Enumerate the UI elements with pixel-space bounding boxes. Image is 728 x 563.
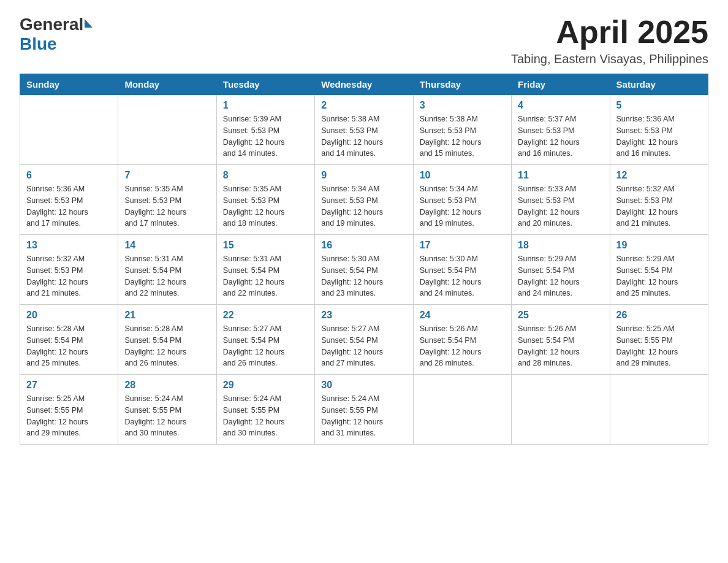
table-row: 3Sunrise: 5:38 AMSunset: 5:53 PMDaylight… (413, 95, 511, 165)
table-row: 9Sunrise: 5:34 AMSunset: 5:53 PMDaylight… (315, 165, 413, 235)
day-number: 11 (518, 170, 603, 181)
page-subtitle: Tabing, Eastern Visayas, Philippines (511, 52, 708, 66)
day-detail: Sunrise: 5:31 AMSunset: 5:54 PMDaylight:… (223, 253, 308, 299)
day-detail: Sunrise: 5:39 AMSunset: 5:53 PMDaylight:… (223, 113, 308, 159)
day-number: 24 (420, 310, 505, 321)
day-detail: Sunrise: 5:36 AMSunset: 5:53 PMDaylight:… (616, 113, 702, 159)
day-number: 5 (616, 100, 702, 111)
calendar-week-row: 1Sunrise: 5:39 AMSunset: 5:53 PMDaylight… (20, 95, 708, 165)
day-number: 18 (518, 240, 603, 251)
table-row: 21Sunrise: 5:28 AMSunset: 5:54 PMDayligh… (118, 305, 216, 375)
day-detail: Sunrise: 5:29 AMSunset: 5:54 PMDaylight:… (616, 253, 702, 299)
table-row (20, 95, 118, 165)
table-row: 1Sunrise: 5:39 AMSunset: 5:53 PMDaylight… (216, 95, 314, 165)
day-number: 29 (223, 380, 308, 391)
table-row (512, 375, 610, 445)
day-detail: Sunrise: 5:31 AMSunset: 5:54 PMDaylight:… (124, 253, 210, 299)
day-number: 13 (26, 240, 112, 251)
table-row: 13Sunrise: 5:32 AMSunset: 5:53 PMDayligh… (20, 235, 118, 305)
page-header: General Blue April 2025 Tabing, Eastern … (20, 15, 708, 66)
table-row: 27Sunrise: 5:25 AMSunset: 5:55 PMDayligh… (20, 375, 118, 445)
table-row: 2Sunrise: 5:38 AMSunset: 5:53 PMDaylight… (315, 95, 413, 165)
table-row: 30Sunrise: 5:24 AMSunset: 5:55 PMDayligh… (315, 375, 413, 445)
day-number: 20 (26, 310, 112, 321)
col-friday: Friday (512, 74, 610, 95)
day-number: 8 (223, 170, 308, 181)
day-number: 16 (321, 240, 406, 251)
table-row: 20Sunrise: 5:28 AMSunset: 5:54 PMDayligh… (20, 305, 118, 375)
col-saturday: Saturday (610, 74, 708, 95)
day-number: 14 (124, 240, 210, 251)
day-number: 19 (616, 240, 702, 251)
table-row: 10Sunrise: 5:34 AMSunset: 5:53 PMDayligh… (413, 165, 511, 235)
day-detail: Sunrise: 5:28 AMSunset: 5:54 PMDaylight:… (26, 323, 112, 369)
day-detail: Sunrise: 5:32 AMSunset: 5:53 PMDaylight:… (616, 183, 702, 229)
day-detail: Sunrise: 5:35 AMSunset: 5:53 PMDaylight:… (124, 183, 210, 229)
day-number: 6 (26, 170, 112, 181)
table-row: 29Sunrise: 5:24 AMSunset: 5:55 PMDayligh… (216, 375, 314, 445)
table-row: 11Sunrise: 5:33 AMSunset: 5:53 PMDayligh… (512, 165, 610, 235)
table-row: 8Sunrise: 5:35 AMSunset: 5:53 PMDaylight… (216, 165, 314, 235)
calendar-week-row: 27Sunrise: 5:25 AMSunset: 5:55 PMDayligh… (20, 375, 708, 445)
col-monday: Monday (118, 74, 216, 95)
table-row: 23Sunrise: 5:27 AMSunset: 5:54 PMDayligh… (315, 305, 413, 375)
table-row: 26Sunrise: 5:25 AMSunset: 5:55 PMDayligh… (610, 305, 708, 375)
day-number: 7 (124, 170, 210, 181)
table-row (118, 95, 216, 165)
logo-arrow-icon (85, 19, 93, 28)
title-block: April 2025 Tabing, Eastern Visayas, Phil… (511, 15, 708, 66)
day-number: 15 (223, 240, 308, 251)
table-row: 22Sunrise: 5:27 AMSunset: 5:54 PMDayligh… (216, 305, 314, 375)
day-number: 21 (124, 310, 210, 321)
day-number: 4 (518, 100, 603, 111)
logo-general-text: General (20, 15, 83, 34)
day-number: 12 (616, 170, 702, 181)
table-row: 5Sunrise: 5:36 AMSunset: 5:53 PMDaylight… (610, 95, 708, 165)
table-row: 14Sunrise: 5:31 AMSunset: 5:54 PMDayligh… (118, 235, 216, 305)
day-number: 17 (420, 240, 505, 251)
day-detail: Sunrise: 5:30 AMSunset: 5:54 PMDaylight:… (321, 253, 406, 299)
day-detail: Sunrise: 5:24 AMSunset: 5:55 PMDaylight:… (124, 393, 210, 439)
day-number: 30 (321, 380, 406, 391)
table-row: 12Sunrise: 5:32 AMSunset: 5:53 PMDayligh… (610, 165, 708, 235)
day-detail: Sunrise: 5:26 AMSunset: 5:54 PMDaylight:… (420, 323, 505, 369)
day-detail: Sunrise: 5:38 AMSunset: 5:53 PMDaylight:… (321, 113, 406, 159)
table-row: 17Sunrise: 5:30 AMSunset: 5:54 PMDayligh… (413, 235, 511, 305)
table-row (413, 375, 511, 445)
table-row: 19Sunrise: 5:29 AMSunset: 5:54 PMDayligh… (610, 235, 708, 305)
day-detail: Sunrise: 5:25 AMSunset: 5:55 PMDaylight:… (616, 323, 702, 369)
calendar-week-row: 6Sunrise: 5:36 AMSunset: 5:53 PMDaylight… (20, 165, 708, 235)
day-number: 1 (223, 100, 308, 111)
table-row: 18Sunrise: 5:29 AMSunset: 5:54 PMDayligh… (512, 235, 610, 305)
day-number: 9 (321, 170, 406, 181)
calendar-week-row: 20Sunrise: 5:28 AMSunset: 5:54 PMDayligh… (20, 305, 708, 375)
calendar-week-row: 13Sunrise: 5:32 AMSunset: 5:53 PMDayligh… (20, 235, 708, 305)
day-detail: Sunrise: 5:25 AMSunset: 5:55 PMDaylight:… (26, 393, 112, 439)
page-title: April 2025 (511, 15, 708, 50)
col-thursday: Thursday (413, 74, 511, 95)
day-detail: Sunrise: 5:34 AMSunset: 5:53 PMDaylight:… (420, 183, 505, 229)
day-detail: Sunrise: 5:24 AMSunset: 5:55 PMDaylight:… (223, 393, 308, 439)
day-number: 23 (321, 310, 406, 321)
day-number: 26 (616, 310, 702, 321)
day-detail: Sunrise: 5:35 AMSunset: 5:53 PMDaylight:… (223, 183, 308, 229)
day-number: 2 (321, 100, 406, 111)
table-row: 15Sunrise: 5:31 AMSunset: 5:54 PMDayligh… (216, 235, 314, 305)
day-detail: Sunrise: 5:30 AMSunset: 5:54 PMDaylight:… (420, 253, 505, 299)
day-detail: Sunrise: 5:36 AMSunset: 5:53 PMDaylight:… (26, 183, 112, 229)
day-detail: Sunrise: 5:38 AMSunset: 5:53 PMDaylight:… (420, 113, 505, 159)
day-detail: Sunrise: 5:34 AMSunset: 5:53 PMDaylight:… (321, 183, 406, 229)
day-number: 27 (26, 380, 112, 391)
day-detail: Sunrise: 5:27 AMSunset: 5:54 PMDaylight:… (223, 323, 308, 369)
day-detail: Sunrise: 5:28 AMSunset: 5:54 PMDaylight:… (124, 323, 210, 369)
table-row: 25Sunrise: 5:26 AMSunset: 5:54 PMDayligh… (512, 305, 610, 375)
day-number: 10 (420, 170, 505, 181)
table-row: 7Sunrise: 5:35 AMSunset: 5:53 PMDaylight… (118, 165, 216, 235)
calendar-header-row: Sunday Monday Tuesday Wednesday Thursday… (20, 74, 708, 95)
table-row: 6Sunrise: 5:36 AMSunset: 5:53 PMDaylight… (20, 165, 118, 235)
logo-blue-text: Blue (20, 34, 57, 54)
day-detail: Sunrise: 5:37 AMSunset: 5:53 PMDaylight:… (518, 113, 603, 159)
table-row: 28Sunrise: 5:24 AMSunset: 5:55 PMDayligh… (118, 375, 216, 445)
day-number: 28 (124, 380, 210, 391)
calendar-table: Sunday Monday Tuesday Wednesday Thursday… (20, 74, 708, 445)
